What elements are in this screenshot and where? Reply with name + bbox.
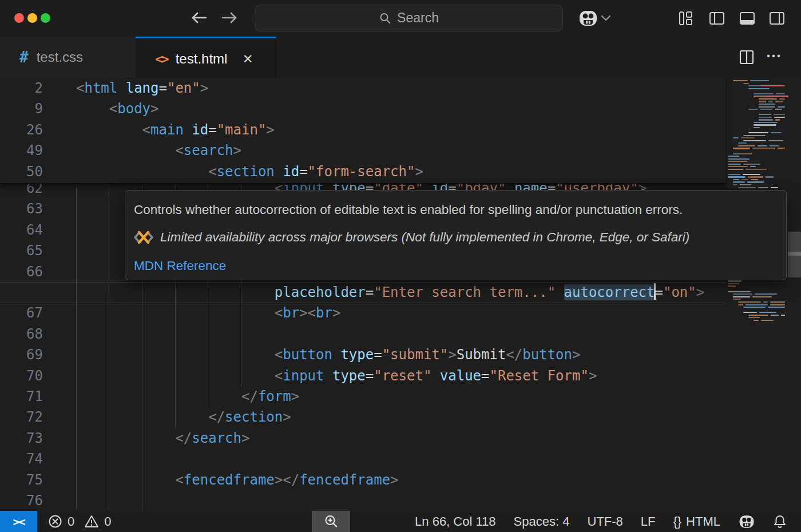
- code-line[interactable]: 70<input type="reset" value="Reset Form"…: [0, 366, 725, 387]
- title-bar: Search: [0, 0, 801, 37]
- code-line[interactable]: 76: [0, 490, 725, 511]
- vertical-scrollbar[interactable]: [788, 78, 801, 511]
- minimap-line: [728, 291, 751, 292]
- minimap-error-mark: [766, 96, 788, 97]
- remote-icon: ><: [13, 515, 24, 529]
- close-window-icon[interactable]: [14, 13, 24, 23]
- code-line[interactable]: 74: [0, 448, 725, 470]
- tab-test-html[interactable]: <> test.html ✕: [136, 37, 276, 80]
- minimap-line: [754, 93, 774, 94]
- code-line[interactable]: 2<html lang="en">: [0, 78, 725, 99]
- minimap-line: [748, 315, 768, 316]
- minimap-line: [733, 179, 739, 180]
- scrollbar-slider[interactable]: [788, 232, 801, 277]
- minimap-line: [759, 119, 773, 120]
- line-number: 64: [0, 220, 43, 241]
- code-line[interactable]: 26<main id="main">: [0, 120, 725, 141]
- code-line[interactable]: 73</search>: [0, 428, 725, 449]
- minimap-line: [775, 101, 783, 102]
- minimap-line: [743, 307, 766, 308]
- code-line[interactable]: 9<body>: [0, 98, 725, 120]
- code-line[interactable]: 68: [0, 324, 725, 345]
- minimap-line: [748, 109, 758, 110]
- minimap-line: [774, 114, 785, 115]
- minimap-line: [775, 109, 782, 110]
- back-arrow-icon[interactable]: [190, 10, 208, 26]
- forward-arrow-icon[interactable]: [220, 10, 239, 26]
- tab-bar: # test.css <> test.html ✕ •••: [0, 37, 801, 78]
- notifications-bell-icon[interactable]: [773, 514, 787, 529]
- mdn-reference-link[interactable]: MDN Reference: [134, 259, 778, 273]
- toggle-sidebar-left-icon[interactable]: [709, 11, 725, 26]
- minimap-line: [733, 137, 739, 138]
- minimap-line: [768, 307, 785, 308]
- line-number: 66: [0, 261, 43, 283]
- code-line[interactable]: 50<section id="form-search">: [0, 161, 725, 182]
- toggle-sidebar-right-icon[interactable]: [769, 11, 785, 26]
- minimap-line: [738, 145, 755, 146]
- minimap-line: [778, 106, 785, 108]
- css-file-icon: #: [19, 49, 29, 66]
- minimap-line: [743, 174, 760, 175]
- line-number: 26: [0, 120, 43, 141]
- minimap[interactable]: [725, 78, 788, 511]
- minimap-line: [761, 320, 774, 321]
- more-actions-icon[interactable]: •••: [767, 50, 782, 62]
- minimap-line: [733, 80, 748, 81]
- code-line[interactable]: 71</form>: [0, 386, 725, 407]
- minimap-line: [763, 301, 768, 303]
- close-tab-icon[interactable]: ✕: [242, 51, 253, 67]
- customize-layout-icon[interactable]: [679, 11, 695, 26]
- minimap-line: [770, 304, 785, 305]
- indentation-setting[interactable]: Spaces: 4: [514, 514, 570, 529]
- minimize-window-icon[interactable]: [27, 13, 37, 23]
- minimap-line: [771, 132, 782, 133]
- hover-tooltip: Controls whether autocorrection of edita…: [125, 190, 787, 280]
- code-line[interactable]: placeholder="Enter search term..." autoc…: [0, 282, 725, 303]
- minimap-line: [728, 285, 736, 287]
- split-editor-icon[interactable]: [739, 49, 755, 65]
- sticky-scroll[interactable]: 2<html lang="en">9<body>26<main id="main…: [0, 78, 725, 184]
- cursor-position[interactable]: Ln 66, Col 118: [415, 514, 495, 529]
- toggle-panel-bottom-icon[interactable]: [739, 11, 755, 26]
- minimap-line: [752, 148, 775, 149]
- code-line[interactable]: 75<fencedframe></fencedframe>: [0, 470, 725, 491]
- remote-indicator[interactable]: ><: [0, 511, 37, 532]
- copilot-icon[interactable]: [578, 9, 598, 28]
- code-line[interactable]: 49<search>: [0, 140, 725, 161]
- zoom-window-icon[interactable]: [41, 13, 50, 23]
- minimap-line: [759, 312, 776, 313]
- minimap-line: [733, 184, 737, 185]
- minimap-line: [755, 293, 777, 295]
- search-input[interactable]: Search: [255, 5, 563, 31]
- code-line[interactable]: 67<br><br>: [0, 303, 725, 324]
- line-number: 72: [0, 407, 43, 428]
- minimap-line: [743, 164, 761, 165]
- problems-indicator[interactable]: 0 0: [48, 511, 112, 532]
- braces-icon: {}: [673, 514, 681, 529]
- minimap-line: [750, 166, 756, 167]
- line-number: 63: [0, 198, 43, 220]
- language-mode[interactable]: {} HTML: [673, 514, 720, 529]
- search-placeholder: Search: [397, 10, 439, 26]
- minimap-line: [748, 132, 768, 133]
- code-text: </section>: [208, 407, 291, 428]
- line-number: 76: [0, 490, 43, 511]
- minimap-line: [733, 293, 752, 295]
- minimap-line: [728, 283, 739, 284]
- copilot-status-icon[interactable]: [738, 514, 755, 530]
- tab-test-css[interactable]: # test.css: [0, 37, 136, 78]
- file-encoding[interactable]: UTF-8: [587, 514, 622, 529]
- chevron-down-icon[interactable]: [600, 13, 612, 23]
- zoom-indicator-button[interactable]: [312, 511, 350, 532]
- minimap-line: [728, 280, 741, 281]
- minimap-line: [738, 142, 747, 144]
- line-number: 69: [0, 344, 43, 366]
- code-line[interactable]: 72</section>: [0, 407, 725, 428]
- end-of-line-setting[interactable]: LF: [641, 514, 656, 529]
- vscode-window: Search: [0, 0, 801, 532]
- code-line[interactable]: 69<button type="submit">Submit</button>: [0, 344, 725, 366]
- minimap-line: [743, 312, 757, 313]
- minimap-line: [759, 117, 772, 118]
- minimap-line: [754, 122, 778, 123]
